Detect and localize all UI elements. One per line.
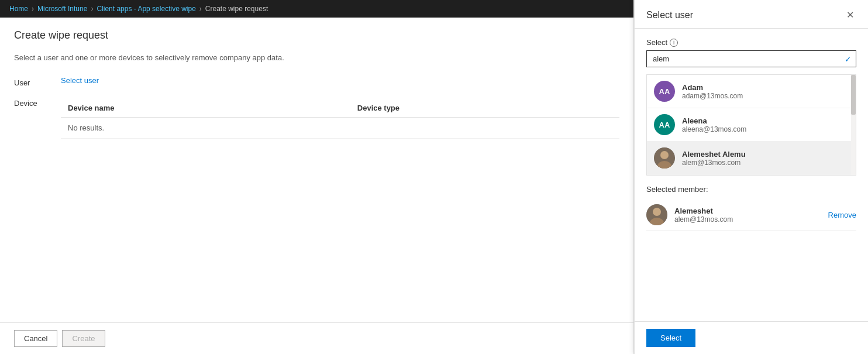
device-label: Device [14, 97, 61, 108]
breadcrumb-home[interactable]: Home [9, 5, 28, 13]
user-info-aleena: Aleena aleena@13mos.com [682, 116, 844, 133]
selected-member-label: Selected member: [646, 185, 856, 194]
bottom-bar: Cancel Create [0, 322, 633, 354]
avatar-photo-svg [654, 147, 675, 169]
user-label: User [14, 76, 61, 87]
create-button[interactable]: Create [62, 330, 105, 347]
user-list-scrollbar[interactable] [851, 75, 856, 175]
user-list: AA Adam adam@13mos.com AA Aleena aleena@… [646, 74, 856, 176]
device-table: Device name Device type No results. [61, 99, 619, 139]
user-info-adam: Adam adam@13mos.com [682, 83, 844, 100]
breadcrumb-sep-3: › [199, 5, 202, 13]
user-name-adam: Adam [682, 83, 844, 92]
col-device-type: Device type [350, 99, 619, 118]
selected-member-email: alem@13mos.com [674, 215, 828, 224]
empty-cell [350, 118, 619, 139]
selected-member-section: Selected member: Alemeshet alem@13mos.co… [646, 185, 856, 231]
search-checkmark-icon: ✓ [845, 54, 852, 64]
breadcrumb-current: Create wipe request [205, 5, 268, 13]
search-input-wrapper: ✓ [646, 50, 856, 67]
device-table-container: Device name Device type No results. [61, 97, 619, 139]
info-icon[interactable]: i [670, 39, 678, 47]
left-panel: Home › Microsoft Intune › Client apps - … [0, 0, 634, 354]
search-label-text: Select [646, 38, 667, 47]
select-button[interactable]: Select [646, 329, 695, 347]
select-user-panel: Select user ✕ Select i ✓ AA Adam [634, 0, 868, 354]
user-item-aleena[interactable]: AA Aleena aleena@13mos.com [647, 108, 856, 142]
user-email-adam: adam@13mos.com [682, 92, 844, 100]
page-title: Create wipe request [14, 29, 619, 42]
page-description: Select a user and one or more devices to… [14, 53, 619, 62]
device-form-row: Device Device name Device type No result… [14, 97, 619, 139]
breadcrumb-intune[interactable]: Microsoft Intune [37, 5, 87, 13]
selected-member-info: Alemeshet alem@13mos.com [674, 207, 828, 224]
close-panel-button[interactable]: ✕ [844, 9, 856, 21]
search-label-wrapper: Select i [646, 38, 856, 47]
user-value: Select user [61, 76, 619, 85]
avatar-alemeshet [654, 147, 675, 169]
breadcrumb-sep-2: › [91, 5, 93, 13]
user-info-alemeshet: Alemeshet Alemu alem@13mos.com [682, 150, 844, 167]
user-item-alemeshet[interactable]: Alemeshet Alemu alem@13mos.com [647, 142, 856, 175]
page-content: Create wipe request Select a user and on… [0, 18, 633, 322]
panel-header: Select user ✕ [635, 0, 868, 29]
svg-point-1 [660, 151, 669, 159]
search-input[interactable] [646, 50, 856, 67]
user-name-aleena: Aleena [682, 116, 844, 125]
user-email-aleena: aleena@13mos.com [682, 125, 844, 133]
user-item-adam[interactable]: AA Adam adam@13mos.com [647, 75, 856, 108]
select-user-link[interactable]: Select user [61, 76, 99, 85]
breadcrumb-bar: Home › Microsoft Intune › Client apps - … [0, 0, 633, 18]
panel-footer: Select [635, 321, 868, 354]
panel-title: Select user [646, 10, 693, 20]
breadcrumb-sep-1: › [32, 5, 34, 13]
avatar-aleena: AA [654, 114, 675, 135]
avatar-adam: AA [654, 81, 675, 102]
breadcrumb-client-apps[interactable]: Client apps - App selective wipe [97, 5, 195, 13]
cancel-button[interactable]: Cancel [14, 330, 57, 347]
user-name-alemeshet: Alemeshet Alemu [682, 150, 844, 159]
remove-member-link[interactable]: Remove [828, 211, 856, 219]
selected-avatar-svg [646, 204, 667, 225]
table-row-empty: No results. [61, 118, 619, 139]
svg-point-4 [653, 208, 661, 216]
selected-member-item: Alemeshet alem@13mos.com Remove [646, 200, 856, 231]
user-email-alemeshet: alem@13mos.com [682, 159, 844, 167]
selected-member-name: Alemeshet [674, 207, 828, 215]
user-form-row: User Select user [14, 76, 619, 87]
selected-member-avatar [646, 204, 667, 225]
user-list-scrollthumb [851, 75, 856, 115]
panel-body: Select i ✓ AA Adam adam@13mos.com [635, 29, 868, 321]
col-device-name: Device name [61, 99, 350, 118]
empty-message: No results. [61, 118, 350, 139]
